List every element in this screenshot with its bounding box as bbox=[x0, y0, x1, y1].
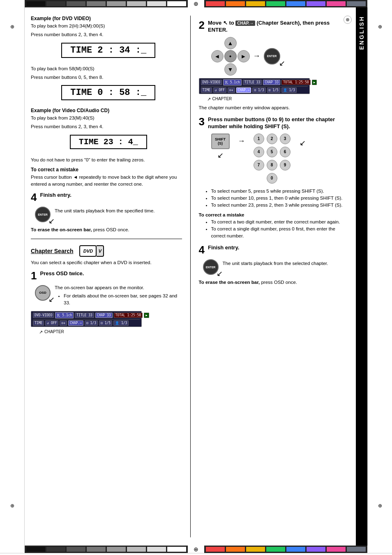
step4-right-number: 4 bbox=[199, 244, 205, 255]
left-reg-mark: ⊕ bbox=[10, 24, 14, 30]
step2-chapter-label: CHAPTER bbox=[212, 97, 232, 101]
osd-seg-chap-arrow: CHAP.→ bbox=[68, 320, 83, 326]
step1-title: Press OSD twice. bbox=[40, 270, 84, 277]
step2-illustration: ▲ ◄ ● ► ▼ → ENTER ↙ bbox=[211, 37, 350, 76]
example-dvd-line2: Press number buttons 2, 3, then 4. bbox=[31, 31, 182, 38]
step4-left-body: ENTER ↙ The unit starts playback from th… bbox=[35, 206, 182, 222]
shift-label: SHIFT bbox=[215, 137, 226, 141]
step2-osd-seg-audio: 瓦 5.1ch bbox=[223, 79, 242, 85]
step2-header: 2 Move ↖ to CHAP.→ (Chapter Search), the… bbox=[199, 20, 350, 34]
step2-osd-seg-total: TOTAL 1:25:58 bbox=[281, 80, 311, 85]
correct-mistake-title-left: To correct a mistake bbox=[31, 167, 182, 173]
step3-note3: To select number 23, press 2, then 3 whi… bbox=[211, 202, 350, 209]
enter-icon-left: ENTER ↙ bbox=[35, 207, 51, 222]
step4-right-body: ENTER ↙ The unit starts playback from th… bbox=[203, 258, 350, 275]
step2-osd-chap-arrow: CHAP.→ bbox=[236, 88, 251, 93]
step1-desc-2: For details about the on-screen bar, see… bbox=[64, 292, 182, 307]
time-display-1: TIME 2 : 34 :_ bbox=[61, 43, 155, 58]
step2-desc: The chapter number entry window appears. bbox=[199, 104, 350, 111]
example-vcd-line1: To play back from 23(M):40(S) bbox=[31, 115, 182, 122]
step4-left-header: 4 Finish entry. bbox=[31, 192, 182, 203]
osd-seg-audio: 瓦 5.1ch bbox=[55, 312, 74, 318]
example-dvd-line1: To play back from 2(H):34(M):00(S) bbox=[31, 23, 182, 30]
num-btn-8: 8 bbox=[267, 160, 277, 170]
shift-arrow: ↙ bbox=[217, 151, 224, 160]
step4-right-header: 4 Finish entry. bbox=[199, 244, 350, 255]
step2-osd-seg-title: TITLE 33 bbox=[243, 80, 262, 85]
osd-note: ↗ CHAPTER bbox=[31, 329, 182, 335]
correct-mistake-note2: To correct a single digit number, press … bbox=[211, 226, 350, 240]
dvd-logo: DVD bbox=[79, 245, 97, 257]
step3-title: Press number buttons (0 to 9) to enter t… bbox=[208, 116, 350, 130]
correct-mistake-text-left: Press cursor button ◄ repeatedly to move… bbox=[31, 174, 182, 188]
osd-seg-plus: ⊙+ bbox=[60, 320, 67, 326]
step2-osd-cd2: ⊡ 1/5 bbox=[267, 88, 280, 93]
chap-button-label: CHAP.→ bbox=[235, 21, 255, 26]
section-divider bbox=[31, 239, 182, 239]
osd-seg-cd2: ⊡ 1/5 bbox=[99, 320, 112, 326]
osd-seg-play: ▶ bbox=[144, 313, 149, 318]
num-btn-0: 0 bbox=[267, 173, 277, 184]
right-column: 2 Move ↖ to CHAP.→ (Chapter Search), the… bbox=[191, 12, 356, 541]
step2-osd-cd1: ⊡ 1/3 bbox=[252, 88, 265, 93]
right-reg-mark: ⊕ bbox=[378, 24, 382, 30]
osd-bar-row2: TIME ↺ OFF ⊙+ CHAP.→ ⊡ 1/3 ⊡ 1/5 👤 1/3 bbox=[33, 320, 140, 326]
step3-notes: To select number 5, press 5 while pressi… bbox=[207, 188, 350, 209]
top-crosshair-icon: ⊕ bbox=[194, 0, 198, 7]
english-label: ENGLISH bbox=[358, 16, 365, 50]
step1-number: 1 bbox=[31, 270, 37, 281]
enter-icon-right: ENTER ↙ bbox=[203, 259, 219, 275]
step1-body: OSD ↙ The on-screen bar appears on the m… bbox=[35, 284, 182, 307]
dvd-logo-right: V bbox=[97, 245, 104, 257]
step3-note2: To select number 10, press 1, then 0 whi… bbox=[211, 195, 350, 202]
step2-osd-angle: 👤 1/3 bbox=[281, 88, 297, 93]
example-dvd-title: Example (for DVD VIDEO) bbox=[31, 16, 182, 21]
step4-left-desc: The unit starts playback from the specif… bbox=[55, 206, 155, 214]
osd-seg-chap: CHAP 33 bbox=[95, 313, 113, 318]
osd-seg-cd1: ⊡ 1/3 bbox=[85, 320, 98, 326]
num-btn-2: 2 bbox=[267, 134, 277, 144]
osd-bar-row1: DVD-VIDEO 瓦 5.1ch TITLE 33 CHAP 33 TOTAL… bbox=[33, 312, 140, 320]
chapter-search-desc: You can select a specific chapter when a… bbox=[31, 259, 182, 266]
left-margin: ⊕ ⊕ bbox=[0, 7, 25, 546]
step1-header: 1 Press OSD twice. bbox=[31, 270, 182, 281]
step1-desc-container: The on-screen bar appears on the monitor… bbox=[55, 284, 182, 307]
step2-osd-seg-source: DVD-VIDEO bbox=[201, 80, 222, 85]
cursor-center-btn: ● bbox=[224, 50, 237, 62]
erase-suffix-right: press OSD once. bbox=[261, 280, 297, 285]
num-btn-4: 4 bbox=[254, 147, 264, 157]
num-btn-3: 3 bbox=[280, 134, 291, 144]
top-decoration-bar: ⊕ bbox=[0, 0, 392, 7]
shift-button: SHIFT (S) bbox=[211, 134, 230, 149]
bottom-decoration-bar: ⊕ bbox=[0, 546, 392, 553]
right-reg-mark-bottom: ⊕ bbox=[378, 503, 382, 509]
cursor-left-btn: ◄ bbox=[211, 50, 224, 62]
chapter-search-section: Chapter Search DVD V bbox=[31, 245, 182, 257]
example-vcd-title: Example (for Video CD/Audio CD) bbox=[31, 108, 182, 113]
step2-osd-bar-display: DVD-VIDEO 瓦 5.1ch TITLE 33 CHAP 33 TOTAL… bbox=[199, 78, 310, 94]
step2-osd-plus: ⊙+ bbox=[228, 88, 235, 93]
num-btn-1: 1 bbox=[254, 134, 264, 144]
osd-seg-title: TITLE 33 bbox=[75, 313, 94, 318]
decorative-dot bbox=[344, 16, 352, 24]
cursor-buttons: ▲ ◄ ● ► ▼ bbox=[211, 37, 250, 76]
osd-seg-time-lbl: TIME bbox=[33, 320, 44, 326]
left-column: Example (for DVD VIDEO) To play back fro… bbox=[25, 12, 190, 541]
osd-bar-illustration: DVD-VIDEO 瓦 5.1ch TITLE 33 CHAP 33 TOTAL… bbox=[31, 311, 182, 335]
step2-osd-repeat: ↺ OFF bbox=[213, 88, 226, 93]
step2-title: Move ↖ to bbox=[208, 20, 235, 26]
cursor-up-btn: ▲ bbox=[224, 37, 237, 49]
num-btn-5: 5 bbox=[267, 147, 277, 157]
right-margin: ⊕ ⊕ bbox=[367, 7, 392, 546]
time-display-3: TIME 23 : 4_ bbox=[70, 135, 147, 149]
cursor-right-btn: ► bbox=[238, 50, 250, 62]
shift-sublabel: (S) bbox=[218, 141, 223, 145]
shift-button-area: SHIFT (S) ↙ bbox=[211, 134, 230, 160]
time-display-2: TIME 0 : 58 :_ bbox=[61, 85, 155, 100]
num-btn-9: 9 bbox=[280, 160, 291, 170]
page-footer: EN26_31DV5000[J]#.p65 27 03.3.23, 17:27 bbox=[0, 553, 392, 555]
step4-left-title: Finish entry. bbox=[40, 192, 71, 199]
number-buttons-grid: 1 2 3 4 5 6 7 8 9 0 bbox=[254, 134, 291, 184]
left-reg-mark-bottom: ⊕ bbox=[10, 503, 14, 509]
step1-desc-1: The on-screen bar appears on the monitor… bbox=[55, 284, 182, 291]
